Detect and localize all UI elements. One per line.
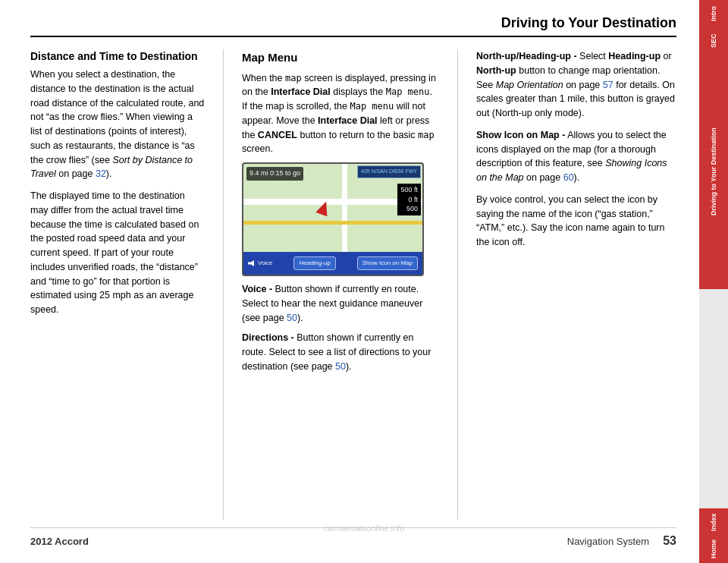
- left-column: Distance and Time to Destination When yo…: [30, 49, 205, 520]
- nav-bottom-bar: Voice Heading-up Show Icon on Map: [243, 252, 422, 275]
- road-vertical: [342, 164, 347, 252]
- sidebar-tab-index[interactable]: Index: [699, 508, 728, 536]
- col-divider-2: [457, 49, 458, 520]
- nav-info-box: 405 N/SAN DIE60 FWY: [357, 165, 421, 178]
- page-title-text: Driving to Your Destination: [501, 15, 676, 30]
- voice-control-para: By voice control, you can select the ico…: [476, 193, 676, 250]
- right-sidebar: Intro SEC Driving to Your Destination In…: [699, 0, 728, 563]
- middle-column: Map Menu When the map screen is displaye…: [242, 49, 439, 520]
- left-para1: When you select a destination, the dista…: [30, 68, 205, 181]
- page-title: Driving to Your Destination: [30, 15, 676, 37]
- content-columns: Distance and Time to Destination When yo…: [30, 49, 676, 520]
- watermark: carmanualsonline.info: [323, 524, 404, 533]
- left-heading: Distance and Time to Destination: [30, 49, 205, 63]
- map-background: 405 N/SAN DIE60 FWY 9.4 mi 0:15 to go 50…: [243, 164, 422, 252]
- link-page60[interactable]: 60: [563, 172, 574, 183]
- road-horizontal: [243, 199, 422, 205]
- nav-distance: 9.4 mi 0:15 to go: [246, 167, 303, 181]
- sidebar-tab-intro[interactable]: Intro: [699, 0, 728, 27]
- sidebar-tab-driving-label: Driving to Your Destination: [710, 128, 717, 216]
- sidebar-tab-sec[interactable]: SEC: [699, 27, 728, 55]
- voice-description: Voice - Button shown if currently en rou…: [242, 282, 439, 325]
- directions-description: Directions - Button shown if currently e…: [242, 331, 439, 373]
- left-para2: The displayed time to the destination ma…: [30, 189, 205, 317]
- main-content: Driving to Your Destination Distance and…: [0, 0, 699, 563]
- footer-page-number: 53: [663, 534, 676, 547]
- sidebar-tab-sec-label: SEC: [710, 34, 717, 49]
- speaker-icon: [248, 260, 256, 266]
- link-page32[interactable]: 32: [96, 168, 106, 179]
- middle-para1: When the map screen is displayed, pressi…: [242, 71, 439, 157]
- link-voice-page50[interactable]: 50: [287, 313, 297, 323]
- middle-heading: Map Menu: [242, 49, 439, 67]
- north-up-para: North-up/Heading-up - Select Heading-up …: [476, 49, 676, 121]
- footer-nav-label-text: Navigation System: [567, 536, 649, 547]
- show-icon-on-map-btn[interactable]: Show Icon on Map: [357, 256, 418, 270]
- sidebar-tab-index-label: Index: [710, 513, 717, 531]
- footer-nav-label: Navigation System 53: [567, 534, 676, 548]
- sidebar-tab-intro-label: Intro: [710, 6, 717, 21]
- link-page57[interactable]: 57: [603, 80, 613, 90]
- show-icon-para: Show Icon on Map - Allows you to select …: [476, 128, 676, 185]
- nav-screen: 405 N/SAN DIE60 FWY 9.4 mi 0:15 to go 50…: [242, 162, 424, 276]
- footer-car-model: 2012 Accord: [30, 536, 89, 547]
- right-column: North-up/Heading-up - Select Heading-up …: [476, 49, 676, 520]
- link-directions-page50[interactable]: 50: [335, 361, 346, 372]
- sidebar-tab-home-label: Home: [710, 539, 717, 558]
- voice-indicator: Voice: [248, 259, 273, 268]
- road-diagonal: [243, 221, 422, 225]
- sidebar-tab-driving[interactable]: Driving to Your Destination: [699, 55, 728, 289]
- heading-up-btn[interactable]: Heading-up: [293, 256, 335, 270]
- col-divider-1: [223, 49, 224, 520]
- nav-dist-box: 500 ft 0 ft 500: [397, 184, 421, 215]
- sidebar-tab-home[interactable]: Home: [699, 536, 728, 563]
